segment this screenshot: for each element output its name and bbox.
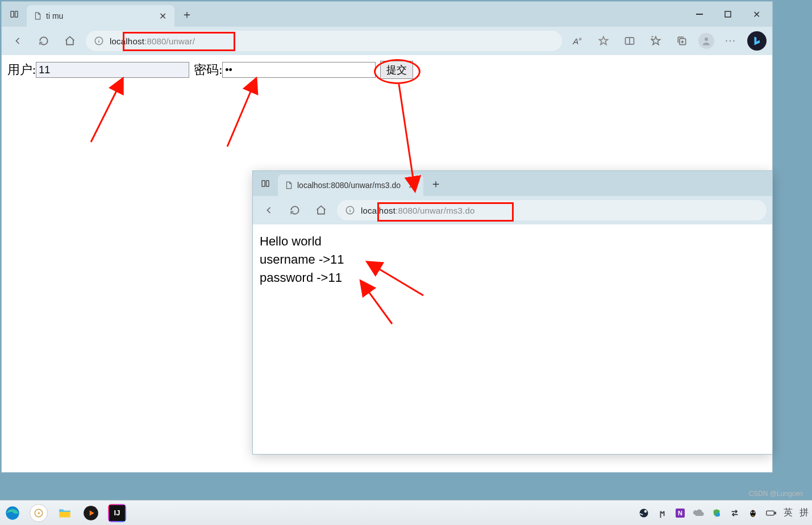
url-text-2: localhost:8080/unwar/ms3.do bbox=[361, 206, 475, 215]
tab-strip-2: localhost:8080/unwar/ms3.do ✕ ＋ bbox=[253, 171, 772, 196]
svg-rect-28 bbox=[767, 511, 774, 515]
page-icon bbox=[34, 11, 41, 20]
svg-rect-2 bbox=[696, 14, 703, 15]
minimize-button[interactable] bbox=[686, 5, 713, 23]
favorite-button[interactable] bbox=[594, 31, 613, 51]
url-input-2[interactable]: localhost:8080/unwar/ms3.do bbox=[337, 200, 767, 220]
window-controls: ✕ bbox=[686, 5, 770, 23]
submit-button[interactable]: 提交 bbox=[380, 61, 413, 79]
svg-rect-3 bbox=[725, 11, 731, 17]
ime-language[interactable]: 英 bbox=[784, 507, 793, 519]
favorites-list-button[interactable] bbox=[646, 31, 665, 51]
svg-rect-29 bbox=[775, 512, 776, 514]
tray-m-icon[interactable]: ϻ bbox=[656, 507, 668, 519]
home-button-2[interactable] bbox=[311, 200, 331, 220]
collections-button[interactable] bbox=[672, 31, 692, 51]
tray-onenote-icon[interactable]: N bbox=[674, 507, 686, 519]
login-form: 用户: 密码: 提交 bbox=[7, 61, 767, 79]
ime-mode[interactable]: 拼 bbox=[799, 507, 809, 519]
page-icon bbox=[285, 181, 293, 190]
back-button-2[interactable] bbox=[259, 200, 279, 220]
bing-chat-button[interactable] bbox=[747, 31, 767, 51]
taskbar-media[interactable] bbox=[82, 504, 100, 522]
browser-window-2: localhost:8080/unwar/ms3.do ✕ ＋ localhos… bbox=[252, 170, 773, 455]
back-button[interactable] bbox=[7, 31, 28, 51]
site-info-icon[interactable] bbox=[345, 205, 355, 215]
svg-rect-1 bbox=[15, 11, 18, 18]
tab-actions-button[interactable] bbox=[4, 4, 24, 24]
tab-close-button-2[interactable]: ✕ bbox=[405, 179, 418, 191]
url-input[interactable]: localhost:8080/unwar/ bbox=[86, 31, 562, 51]
svg-point-26 bbox=[751, 511, 752, 513]
watermark: CSDN @Lungcen bbox=[748, 490, 803, 498]
tray-battery-icon[interactable] bbox=[765, 507, 777, 519]
new-tab-button[interactable]: ＋ bbox=[177, 4, 197, 24]
tab-strip: ti mu ✕ ＋ ✕ bbox=[2, 2, 772, 27]
user-input[interactable] bbox=[36, 62, 189, 78]
address-bar-2: localhost:8080/unwar/ms3.do bbox=[253, 196, 772, 224]
svg-point-20 bbox=[640, 509, 648, 517]
address-bar: localhost:8080/unwar/ A» ··· bbox=[2, 27, 772, 55]
output-line-3: password ->11 bbox=[260, 269, 765, 287]
read-aloud-button[interactable]: A» bbox=[568, 31, 587, 51]
tab-actions-button-2[interactable] bbox=[255, 173, 276, 194]
more-button[interactable]: ··· bbox=[721, 31, 740, 51]
browser-tab-2[interactable]: localhost:8080/unwar/ms3.do ✕ bbox=[278, 174, 423, 196]
home-button[interactable] bbox=[60, 31, 80, 51]
close-window-button[interactable]: ✕ bbox=[743, 5, 770, 23]
tray-transfer-icon[interactable] bbox=[729, 507, 740, 519]
taskbar-intellij[interactable]: IJ bbox=[108, 504, 126, 522]
output-line-2: username ->11 bbox=[260, 251, 765, 269]
svg-point-7 bbox=[705, 38, 708, 41]
refresh-button-2[interactable] bbox=[285, 200, 305, 220]
tray-steam-icon[interactable] bbox=[638, 507, 649, 519]
svg-text:✦: ✦ bbox=[37, 511, 41, 516]
split-screen-button[interactable] bbox=[620, 31, 639, 51]
svg-point-27 bbox=[753, 511, 755, 513]
taskbar-explorer[interactable] bbox=[56, 504, 74, 522]
svg-text:N: N bbox=[678, 510, 682, 516]
taskbar-edge[interactable] bbox=[3, 504, 22, 522]
output-line-1: Hello world bbox=[260, 232, 765, 251]
page-content-2: Hello world username ->11 password ->11 bbox=[253, 224, 772, 454]
tray-qq-icon[interactable] bbox=[747, 507, 759, 519]
user-label: 用户: bbox=[7, 61, 36, 78]
tray-security-icon[interactable] bbox=[711, 507, 722, 519]
tray-onedrive-icon[interactable] bbox=[693, 507, 704, 519]
browser-tab[interactable]: ti mu ✕ bbox=[27, 5, 174, 27]
password-label: 密码: bbox=[194, 61, 222, 78]
taskbar: ✦ IJ ϻ N 英 拼 bbox=[0, 500, 812, 525]
password-input[interactable] bbox=[222, 62, 376, 78]
tab-close-button[interactable]: ✕ bbox=[156, 10, 169, 22]
svg-rect-9 bbox=[266, 181, 269, 187]
site-info-icon[interactable] bbox=[94, 36, 104, 46]
svg-rect-8 bbox=[262, 181, 265, 187]
tab-title: ti mu bbox=[46, 11, 152, 20]
refresh-button[interactable] bbox=[34, 31, 54, 51]
svg-rect-0 bbox=[11, 11, 14, 18]
svg-point-24 bbox=[716, 512, 720, 516]
maximize-button[interactable] bbox=[714, 5, 742, 23]
new-tab-button-2[interactable]: ＋ bbox=[426, 173, 446, 194]
url-text: localhost:8080/unwar/ bbox=[110, 36, 195, 46]
taskbar-app1[interactable]: ✦ bbox=[30, 504, 48, 522]
tab-title-2: localhost:8080/unwar/ms3.do bbox=[297, 181, 401, 190]
svg-point-21 bbox=[644, 510, 647, 512]
profile-button[interactable] bbox=[698, 33, 714, 49]
